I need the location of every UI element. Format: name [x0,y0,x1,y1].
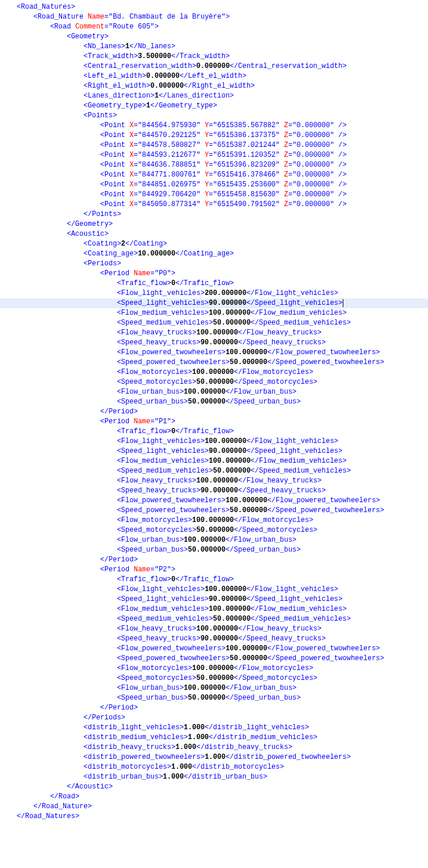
code-line[interactable]: <Period Name="P1"> [0,417,428,427]
code-line[interactable]: <Flow_motorcycles>100.000000</Flow_motor… [0,516,428,525]
code-line[interactable]: <Speed_medium_vehicles>50.000000</Speed_… [0,318,428,328]
code-line[interactable]: <Points> [0,111,428,121]
code-line[interactable]: <Flow_urban_bus>100.000000</Flow_urban_b… [0,683,428,693]
code-line[interactable]: <distrib_medium_vehicles>1.000</distrib_… [0,733,428,743]
code-line[interactable]: <Flow_light_vehicles>100.000000</Flow_li… [0,437,428,446]
code-line[interactable]: </Road_Nature> [0,802,428,812]
code-line[interactable]: <Speed_medium_vehicles>50.000000</Speed_… [0,614,428,624]
code-line[interactable]: <Point X="844570.292125" Y="6515386.1373… [0,131,428,141]
code-line[interactable]: <Right_el_width>0.000000</Right_el_width… [0,81,428,91]
code-line[interactable]: <Flow_heavy_trucks>100.000000</Flow_heav… [0,624,428,634]
code-line[interactable]: <Speed_urban_bus>50.000000</Speed_urban_… [0,693,428,703]
code-line[interactable]: <Point X="844929.706420" Y="6515458.8156… [0,190,428,200]
code-line[interactable]: <Point X="845050.877314" Y="6515490.7915… [0,200,428,210]
code-line[interactable]: <Road_Natures> [0,2,428,12]
code-line[interactable]: <Speed_medium_vehicles>50.000000</Speed_… [0,466,428,476]
code-line[interactable]: </Period> [0,555,428,565]
code-line[interactable]: <Central_reservation_width>0.000000</Cen… [0,62,428,71]
code-line[interactable]: <Coating>2</Coating> [0,239,428,249]
code-line[interactable]: <Speed_heavy_trucks>90.000000</Speed_hea… [0,634,428,644]
code-line[interactable]: </Points> [0,210,428,219]
code-line[interactable]: </Geometry> [0,219,428,229]
code-line[interactable]: <Flow_powered_twowheelers>100.000000</Fl… [0,348,428,358]
code-line[interactable]: </Periods> [0,713,428,723]
code-line[interactable]: <Geometry> [0,32,428,42]
code-line[interactable]: <Speed_urban_bus>50.000000</Speed_urban_… [0,545,428,555]
code-line[interactable]: </Road> [0,792,428,802]
code-line[interactable]: <Speed_motorcycles>50.000000</Speed_moto… [0,673,428,683]
code-line[interactable]: <Road_Nature Name="Bd. Chambaut de la Br… [0,12,428,22]
code-line[interactable]: <Point X="844578.580827" Y="6515387.0212… [0,141,428,150]
code-line[interactable]: <Point X="844636.788851" Y="6515396.8232… [0,160,428,170]
code-line[interactable]: <distrib_light_vehicles>1.000</distrib_l… [0,723,428,733]
code-line[interactable]: </Road_Natures> [0,812,428,822]
code-line[interactable]: <Flow_light_vehicles>100.000000</Flow_li… [0,585,428,595]
code-line[interactable]: <Coating_age>10.000000</Coating_age> [0,249,428,259]
code-line[interactable]: <Speed_powered_twowheelers>50.000000</Sp… [0,654,428,664]
code-line[interactable]: <Flow_urban_bus>100.000000</Flow_urban_b… [0,535,428,545]
code-line[interactable]: <Trafic_flow>0</Trafic_flow> [0,575,428,585]
code-line[interactable]: <Speed_powered_twowheelers>50.000000</Sp… [0,506,428,516]
code-line[interactable]: <Point X="844851.026975" Y="6515435.2536… [0,180,428,190]
code-line[interactable]: <Flow_urban_bus>100.000000</Flow_urban_b… [0,387,428,397]
code-line[interactable]: <Lanes_direction>1</Lanes_direction> [0,91,428,101]
code-line[interactable]: </Period> [0,407,428,417]
code-line[interactable]: <Flow_heavy_trucks>100.000000</Flow_heav… [0,476,428,486]
code-line[interactable]: <Speed_powered_twowheelers>50.000000</Sp… [0,358,428,368]
code-line[interactable]: <Flow_medium_vehicles>100.000000</Flow_m… [0,456,428,466]
code-line[interactable]: <Speed_heavy_trucks>90.000000</Speed_hea… [0,338,428,348]
code-line[interactable]: <Flow_motorcycles>100.000000</Flow_motor… [0,368,428,377]
code-line[interactable]: <Geometry_type>1</Geometry_type> [0,101,428,111]
code-line[interactable]: <Speed_light_vehicles>90.000000</Speed_l… [0,595,428,604]
code-line[interactable]: <distrib_urban_bus>1.000</distrib_urban_… [0,772,428,782]
code-line[interactable]: <Flow_heavy_trucks>100.000000</Flow_heav… [0,328,428,338]
code-line[interactable]: <Speed_urban_bus>50.000000</Speed_urban_… [0,397,428,407]
code-line[interactable]: <Point X="844593.212677" Y="6515391.1203… [0,150,428,160]
code-line[interactable]: </Acoustic> [0,782,428,792]
code-line[interactable]: <Speed_light_vehicles>90.000000</Speed_l… [0,298,428,308]
code-line[interactable]: <Flow_powered_twowheelers>100.000000</Fl… [0,644,428,654]
code-line[interactable]: <Flow_medium_vehicles>100.000000</Flow_m… [0,308,428,318]
code-line[interactable]: <Acoustic> [0,229,428,239]
code-line[interactable]: <distrib_heavy_trucks>1.000</distrib_hea… [0,743,428,752]
code-line[interactable]: <Point X="844771.800761" Y="6515416.3784… [0,170,428,180]
code-line[interactable]: <Road Comment="Route 605"> [0,22,428,32]
code-line[interactable]: <Speed_motorcycles>50.000000</Speed_moto… [0,525,428,535]
code-line[interactable]: <Flow_light_vehicles>200.000000</Flow_li… [0,289,428,298]
code-line[interactable]: <Point X="844564.975930" Y="6515385.5678… [0,121,428,131]
code-line[interactable]: <Speed_light_vehicles>90.000000</Speed_l… [0,446,428,456]
code-line[interactable]: <distrib_motorcycles>1.000</distrib_moto… [0,762,428,772]
code-line[interactable]: <Trafic_flow>0</Trafic_flow> [0,427,428,437]
code-line[interactable]: </Period> [0,703,428,713]
code-line[interactable]: <Flow_motorcycles>100.000000</Flow_motor… [0,664,428,673]
code-line[interactable]: <Period Name="P0"> [0,269,428,279]
code-line[interactable]: <Speed_heavy_trucks>90.000000</Speed_hea… [0,486,428,496]
code-line[interactable]: <Left_el_width>0.000000</Left_el_width> [0,71,428,81]
code-line[interactable]: <Trafic_flow>0</Trafic_flow> [0,279,428,289]
code-line[interactable]: <Flow_powered_twowheelers>100.000000</Fl… [0,496,428,506]
xml-code-block[interactable]: <Road_Natures> <Road_Nature Name="Bd. Ch… [0,0,428,824]
code-line[interactable]: <Flow_medium_vehicles>100.000000</Flow_m… [0,604,428,614]
code-line[interactable]: <Nb_lanes>1</Nb_lanes> [0,42,428,52]
code-line[interactable]: <Track_width>3.500000</Track_width> [0,52,428,62]
code-line[interactable]: <distrib_powered_twowheelers>1.000</dist… [0,752,428,762]
code-line[interactable]: <Period Name="P2"> [0,565,428,575]
code-line[interactable]: <Periods> [0,259,428,269]
code-line[interactable]: <Speed_motorcycles>50.000000</Speed_moto… [0,377,428,387]
